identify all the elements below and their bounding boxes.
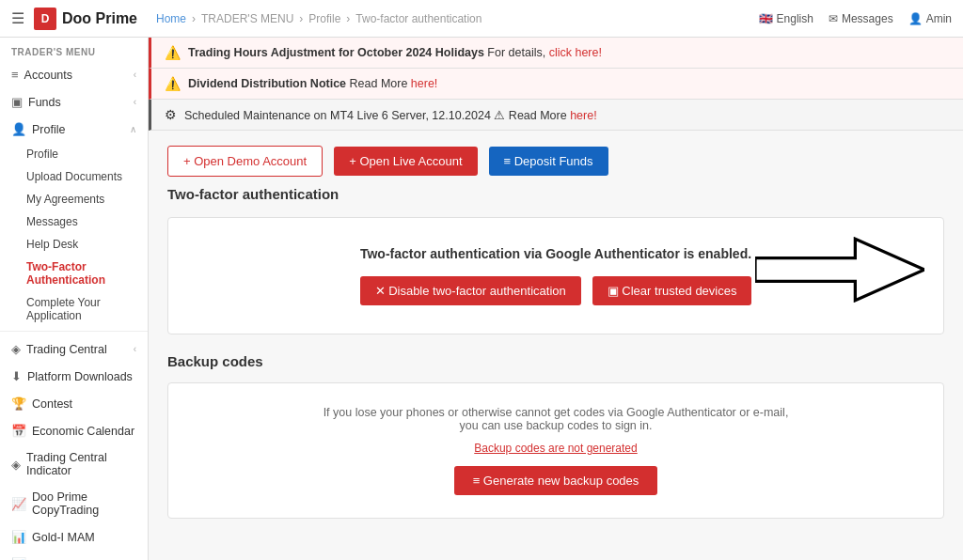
backup-codes-section-title: Backup codes [167, 353, 944, 369]
page-body: Two-factor authentication Two-factor aut… [149, 186, 963, 537]
main-layout: TRADER'S MENU ≡ Accounts ‹ ▣ Funds ‹ 👤 P… [0, 38, 963, 560]
svg-marker-0 [755, 239, 924, 300]
breadcrumb-traders-menu: TRADER'S MENU [201, 12, 293, 25]
accounts-arrow-icon: ‹ [134, 70, 136, 80]
trading-central-icon: ◈ [11, 342, 21, 356]
sidebar-item-platform-downloads[interactable]: ⬇ Platform Downloads [0, 363, 148, 390]
clear-trusted-devices-button[interactable]: ▣ Clear trusted devices [592, 276, 752, 305]
alert-maintenance: ⚙ Scheduled Maintenance on MT4 Live 6 Se… [149, 100, 963, 131]
breadcrumb-two-factor: Two-factor authentication [355, 12, 482, 25]
sidebar-section-label: TRADER'S MENU [0, 38, 148, 61]
alert-dividend-text: Dividend Distribution Notice Read More h… [188, 77, 437, 90]
sidebar-accounts-label: Accounts [24, 69, 72, 82]
sidebar-item-doo-prime-pamm[interactable]: 📊 Doo Prime PAMM [0, 551, 148, 560]
alert-trading-hours-text: Trading Hours Adjustment for October 202… [188, 46, 602, 59]
language-label: English [777, 12, 813, 25]
breadcrumb-home[interactable]: Home [156, 12, 186, 25]
deposit-funds-button[interactable]: ≡ Deposit Funds [489, 147, 608, 176]
flag-icon: 🇬🇧 [759, 12, 773, 25]
logo-text: Doo Prime [62, 10, 137, 27]
breadcrumb-profile: Profile [308, 12, 340, 25]
backup-codes-description: If you lose your phones or otherwise can… [321, 406, 791, 432]
platform-downloads-icon: ⬇ [11, 369, 22, 383]
messages-link[interactable]: ✉ Messages [829, 12, 893, 25]
sidebar-item-copytrading[interactable]: 📈 Doo Prime CopyTrading [0, 484, 148, 523]
alert-dividend: ⚠️ Dividend Distribution Notice Read Mor… [149, 69, 963, 100]
alert-dividend-icon: ⚠️ [165, 76, 181, 91]
sidebar-economic-calendar-label: Economic Calendar [32, 425, 134, 438]
alert-maintenance-icon: ⚙ [165, 107, 177, 122]
action-buttons: + Open Demo Account + Open Live Account … [149, 131, 963, 186]
alert-trading-hours-icon: ⚠️ [165, 45, 181, 60]
sidebar-contest-label: Contest [32, 397, 72, 411]
sidebar-item-economic-calendar[interactable]: 📅 Economic Calendar [0, 417, 148, 444]
language-selector[interactable]: 🇬🇧 English [759, 12, 813, 25]
alert-maintenance-text: Scheduled Maintenance on MT4 Live 6 Serv… [184, 108, 597, 122]
sidebar-sub-messages[interactable]: Messages [0, 210, 148, 233]
breadcrumb: Home › TRADER'S MENU › Profile › Two-fac… [156, 12, 759, 25]
sidebar-sub-upload-docs[interactable]: Upload Documents [0, 165, 148, 188]
sidebar-copytrading-label: Doo Prime CopyTrading [32, 490, 136, 517]
alert-maintenance-link[interactable]: here! [570, 109, 597, 122]
sidebar-sub-complete-app[interactable]: Complete Your Application [0, 291, 148, 327]
nav-right: 🇬🇧 English ✉ Messages 👤 Amin [759, 12, 952, 25]
contest-icon: 🏆 [11, 397, 26, 411]
sidebar-tc-indicator-label: Trading Central Indicator [26, 451, 136, 477]
sidebar-item-tc-indicator[interactable]: ◈ Trading Central Indicator [0, 444, 148, 484]
tc-indicator-icon: ◈ [11, 458, 21, 472]
sidebar-platform-downloads-label: Platform Downloads [27, 370, 133, 383]
hamburger-icon[interactable]: ☰ [11, 9, 24, 27]
sidebar: TRADER'S MENU ≡ Accounts ‹ ▣ Funds ‹ 👤 P… [0, 38, 149, 560]
alert-dividend-link[interactable]: here! [411, 77, 438, 90]
economic-calendar-icon: 📅 [11, 424, 26, 438]
open-live-button[interactable]: + Open Live Account [334, 147, 477, 176]
sidebar-item-contest[interactable]: 🏆 Contest [0, 390, 148, 417]
sidebar-funds-label: Funds [28, 96, 61, 109]
two-factor-card: Two-factor authentication via Google Aut… [167, 217, 944, 334]
sidebar-sub-helpdesk[interactable]: Help Desk [0, 233, 148, 256]
funds-arrow-icon: ‹ [134, 97, 136, 107]
sidebar-sub-two-factor[interactable]: Two-Factor Authentication [0, 256, 148, 291]
alert-trading-hours: ⚠️ Trading Hours Adjustment for October … [149, 38, 963, 69]
sidebar-item-trading-central[interactable]: ◈ Trading Central ‹ [0, 335, 148, 363]
messages-label: Messages [842, 12, 893, 25]
user-menu[interactable]: 👤 Amin [908, 12, 952, 25]
sidebar-item-funds[interactable]: ▣ Funds ‹ [0, 88, 148, 116]
arrow-svg [755, 237, 924, 303]
backup-codes-card: If you lose your phones or otherwise can… [167, 382, 944, 519]
accounts-icon: ≡ [11, 68, 19, 82]
sidebar-profile-label: Profile [32, 123, 65, 136]
messages-icon: ✉ [829, 12, 838, 25]
gold-i-mam-icon: 📊 [11, 530, 26, 544]
profile-icon: 👤 [11, 122, 26, 136]
two-factor-section-title: Two-factor authentication [167, 186, 944, 202]
user-name: Amin [926, 12, 952, 25]
top-nav: ☰ D Doo Prime Home › TRADER'S MENU › Pro… [0, 0, 963, 38]
sidebar-sub-agreements[interactable]: My Agreements [0, 188, 148, 210]
sidebar-gold-i-mam-label: Gold-I MAM [32, 531, 95, 544]
sidebar-trading-central-label: Trading Central [26, 343, 107, 356]
sidebar-item-gold-i-mam[interactable]: 📊 Gold-I MAM [0, 523, 148, 551]
alert-trading-hours-link[interactable]: click here! [549, 46, 602, 59]
backup-not-generated-text: Backup codes are not generated [187, 442, 924, 455]
profile-arrow-icon: ∧ [130, 124, 136, 134]
trading-central-arrow-icon: ‹ [134, 344, 136, 354]
sidebar-item-accounts[interactable]: ≡ Accounts ‹ [0, 61, 148, 88]
funds-icon: ▣ [11, 95, 23, 109]
sidebar-sub-profile[interactable]: Profile [0, 143, 148, 165]
disable-two-factor-button[interactable]: ✕ Disable two-factor authentication [360, 276, 581, 305]
sidebar-divider [0, 331, 148, 332]
main-content: ⚠️ Trading Hours Adjustment for October … [149, 38, 963, 560]
logo[interactable]: D Doo Prime [34, 8, 137, 30]
arrow-annotation [755, 237, 924, 305]
open-demo-button[interactable]: + Open Demo Account [167, 146, 323, 177]
logo-icon: D [34, 8, 56, 30]
copytrading-icon: 📈 [11, 497, 26, 511]
sidebar-item-profile[interactable]: 👤 Profile ∧ [0, 116, 148, 143]
generate-backup-codes-button[interactable]: ≡ Generate new backup codes [454, 466, 658, 495]
user-icon: 👤 [908, 12, 923, 25]
